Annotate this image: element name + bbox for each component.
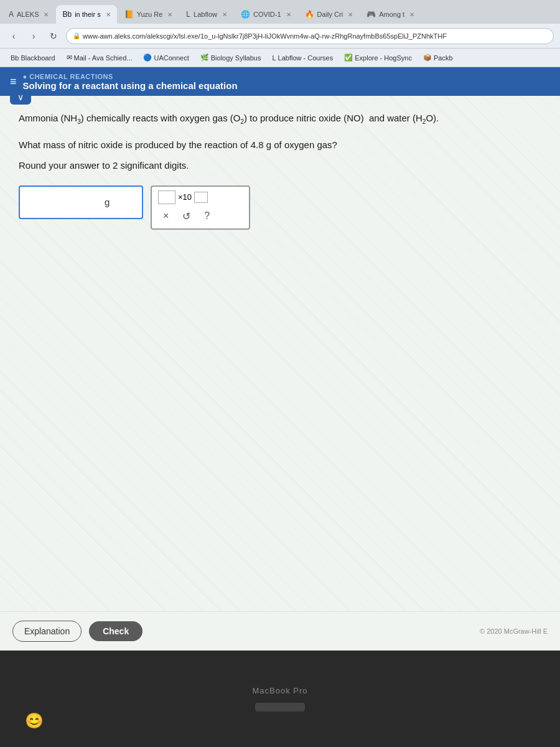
sci-mantissa-box	[158, 190, 175, 204]
forward-button[interactable]: ›	[26, 29, 41, 44]
address-bar-row: ‹ › ↻ 🔒 www-awn.aleks.com/alekscgi/x/lsl…	[0, 24, 560, 49]
yuzu-tab-icon: 📙	[124, 10, 134, 19]
copyright-text: © 2020 McGraw-Hill E	[480, 627, 548, 635]
among-tab-label: Among t	[379, 11, 404, 18]
bookmark-packb[interactable]: 📦 Packb	[419, 52, 457, 63]
biology-label: Biology Syllabus	[211, 54, 261, 62]
aleks-tab-label: ALEKS	[17, 11, 39, 18]
yuzu-tab-close[interactable]: ✕	[167, 11, 172, 18]
sci-notation-box: ×10 × ↺ ?	[151, 186, 250, 230]
back-button[interactable]: ‹	[6, 29, 21, 44]
labflow-tab-close[interactable]: ✕	[222, 11, 227, 18]
macbook-label: MacBook Pro	[252, 686, 307, 695]
daily-tab-close[interactable]: ✕	[348, 11, 353, 18]
tab-aleks[interactable]: A ALEKS ✕	[2, 5, 55, 24]
bb-tab-icon: Bb	[62, 10, 72, 19]
covid-tab-label: COVID-1	[253, 11, 281, 18]
macbook-bottom: MacBook Pro 😊	[0, 651, 560, 747]
bb-tab-label: in their s	[75, 11, 101, 18]
hamburger-icon[interactable]: ≡	[10, 75, 17, 88]
bookmarks-bar: Bb Blackboard ✉ Mail - Ava Schied... 🔵 U…	[0, 49, 560, 67]
aleks-header: ≡ ● CHEMICAL REACTIONS Solving for a rea…	[0, 67, 560, 96]
packb-icon: 📦	[423, 54, 432, 62]
mail-label: Mail - Ava Schied...	[74, 54, 133, 62]
breadcrumb-topic: ● CHEMICAL REACTIONS	[23, 73, 238, 80]
undo-button[interactable]: ↺	[180, 209, 193, 223]
bookmark-hogsync[interactable]: ✅ Explore - HogSync	[340, 52, 416, 63]
blackboard-label: Blackboard	[21, 54, 55, 62]
blackboard-icon: Bb	[11, 54, 19, 62]
address-text: www-awn.aleks.com/alekscgi/x/lsl.exe/1o_…	[83, 32, 534, 40]
explanation-button[interactable]: Explanation	[12, 621, 82, 642]
bb-tab-close[interactable]: ✕	[106, 11, 111, 18]
emoji-face: 😊	[25, 712, 44, 730]
bookmark-mail[interactable]: ✉ Mail - Ava Schied...	[62, 52, 137, 63]
x-button[interactable]: ×	[161, 209, 171, 223]
sci-notation-buttons: × ↺ ?	[158, 208, 243, 225]
aleks-tab-close[interactable]: ✕	[44, 11, 49, 18]
hogsync-label: Explore - HogSync	[355, 54, 412, 62]
labflow-bookmark-label: Labflow - Courses	[278, 54, 334, 62]
sci-exponent-box	[194, 192, 208, 203]
aleks-breadcrumb: ● CHEMICAL REACTIONS Solving for a react…	[23, 73, 238, 91]
labflow-bookmark-icon: L	[272, 54, 276, 62]
help-button[interactable]: ?	[202, 209, 212, 223]
address-field[interactable]: 🔒 www-awn.aleks.com/alekscgi/x/lsl.exe/1…	[66, 28, 554, 44]
covid-tab-close[interactable]: ✕	[286, 11, 291, 18]
question-area: ∨ Ammonia (NH3) chemically reacts with o…	[0, 96, 560, 611]
trackpad	[255, 703, 305, 712]
answer-unit: g	[105, 197, 110, 207]
bookmark-labflow[interactable]: L Labflow - Courses	[268, 52, 337, 63]
uaconnect-label: UAConnect	[154, 54, 189, 62]
question-line2: What mass of nitric oxide is produced by…	[19, 138, 541, 153]
dropdown-button[interactable]: ∨	[10, 90, 31, 105]
sci-times-ten: ×10	[178, 192, 192, 202]
tab-labflow[interactable]: L Labflow ✕	[180, 5, 233, 24]
tab-bb[interactable]: Bb in their s ✕	[56, 5, 116, 24]
bookmark-biology[interactable]: 🌿 Biology Syllabus	[196, 52, 266, 63]
question-line3: Round your answer to 2 significant digit…	[19, 160, 541, 171]
bookmark-uaconnect[interactable]: 🔵 UAConnect	[139, 52, 193, 63]
labflow-tab-icon: L	[186, 10, 190, 19]
breadcrumb-title: Solving for a reactant using a chemical …	[23, 80, 238, 91]
tab-covid[interactable]: 🌐 COVID-1 ✕	[235, 5, 297, 24]
main-content: ≡ ● CHEMICAL REACTIONS Solving for a rea…	[0, 67, 560, 651]
bookmark-blackboard[interactable]: Bb Blackboard	[6, 52, 60, 63]
biology-icon: 🌿	[200, 54, 209, 62]
hogsync-icon: ✅	[344, 54, 353, 62]
packb-label: Packb	[434, 54, 453, 62]
uaconnect-icon: 🔵	[143, 54, 152, 62]
check-button[interactable]: Check	[89, 621, 142, 641]
answer-section: g ×10 × ↺ ?	[19, 186, 541, 230]
tab-yuzu[interactable]: 📙 Yuzu Re ✕	[118, 5, 179, 24]
bottom-bar: Explanation Check © 2020 McGraw-Hill E	[0, 611, 560, 651]
covid-tab-icon: 🌐	[241, 10, 250, 19]
lock-icon: 🔒	[73, 32, 80, 39]
labflow-tab-label: Labflow	[194, 11, 217, 18]
browser-frame: A ALEKS ✕ Bb in their s ✕ 📙 Yuzu Re ✕ L …	[0, 0, 560, 747]
yuzu-tab-label: Yuzu Re	[137, 11, 163, 18]
daily-tab-label: Daily Cri	[317, 11, 343, 18]
reload-button[interactable]: ↻	[46, 29, 61, 44]
aleks-tab-icon: A	[9, 10, 14, 19]
among-tab-close[interactable]: ✕	[409, 11, 414, 18]
answer-input[interactable]	[26, 197, 101, 208]
sci-notation-top: ×10	[158, 190, 243, 204]
tab-bar: A ALEKS ✕ Bb in their s ✕ 📙 Yuzu Re ✕ L …	[0, 0, 560, 24]
daily-tab-icon: 🔥	[305, 10, 314, 19]
mail-icon: ✉	[67, 54, 72, 62]
answer-input-wrapper: g	[19, 186, 143, 219]
tab-among[interactable]: 🎮 Among t ✕	[360, 5, 421, 24]
among-tab-icon: 🎮	[366, 10, 376, 19]
question-line1: Ammonia (NH3) chemically reacts with oxy…	[19, 111, 541, 127]
tab-daily[interactable]: 🔥 Daily Cri ✕	[299, 5, 360, 24]
